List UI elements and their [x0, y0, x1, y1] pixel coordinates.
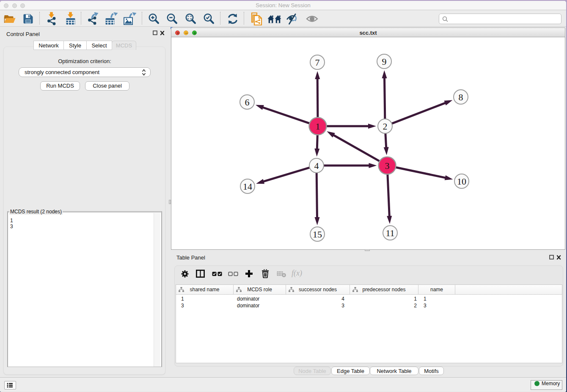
svg-text:2: 2	[383, 121, 388, 132]
svg-text:3: 3	[385, 160, 390, 171]
svg-text:9: 9	[382, 56, 387, 67]
svg-text:15: 15	[313, 229, 322, 240]
svg-text:11: 11	[385, 228, 394, 238]
svg-text:6: 6	[245, 97, 250, 108]
svg-text:1: 1	[316, 121, 320, 132]
svg-text:10: 10	[457, 176, 466, 187]
svg-text:4: 4	[314, 160, 319, 171]
svg-text:8: 8	[459, 92, 463, 102]
svg-text:14: 14	[243, 181, 252, 192]
svg-text:7: 7	[315, 57, 320, 68]
